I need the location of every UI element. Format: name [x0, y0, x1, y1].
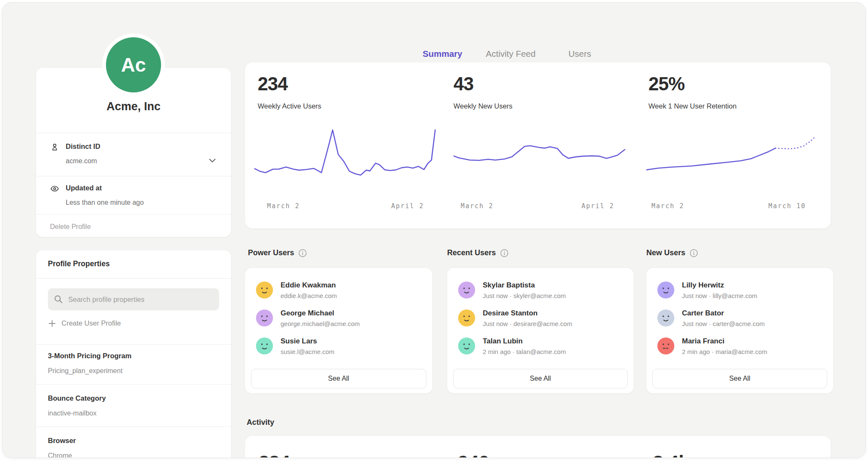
- user-detail: 2 min ago · talan@acme.com: [483, 348, 566, 355]
- tab-summary[interactable]: Summary: [419, 49, 466, 59]
- avatar: [256, 282, 273, 298]
- user-name: Carter Bator: [682, 309, 724, 318]
- avatar: [657, 337, 674, 354]
- power-users-header: Power Users: [248, 248, 307, 257]
- profile-card: Acme, Inc Distinct ID acme.com: [36, 68, 231, 237]
- divider: [36, 214, 231, 215]
- see-all-button[interactable]: See All: [251, 369, 426, 388]
- profile-properties-card: Profile Properties Create User Profile 3…: [36, 250, 231, 457]
- info-icon[interactable]: [298, 249, 307, 257]
- avatar: [256, 309, 273, 326]
- x-tick: March 2: [651, 202, 684, 210]
- updated-at-label: Updated at: [66, 184, 102, 192]
- avatar: [657, 282, 674, 298]
- user-name: George Michael: [281, 309, 334, 318]
- plus-icon: [49, 320, 56, 327]
- avatar: [458, 282, 475, 298]
- stat-weekly-new-users-label: Weekly New Users: [453, 102, 512, 110]
- property-name: Bounce Category: [48, 394, 106, 402]
- user-row[interactable]: Talan Lubin 2 min ago · talan@acme.com: [458, 336, 623, 360]
- new-users-card: Lilly Herwitz Just now · lilly@acme.com …: [646, 268, 833, 393]
- user-row[interactable]: Carter Bator Just now · carter@acme.com: [657, 308, 822, 332]
- user-row[interactable]: Eddie Kwakman eddie.k@acme.com: [256, 280, 421, 304]
- create-user-profile-button[interactable]: Create User Profile: [49, 319, 121, 327]
- profile-properties-title: Profile Properties: [48, 259, 110, 268]
- x-tick: April 2: [581, 202, 614, 210]
- tab-activity-feed[interactable]: Activity Feed: [479, 49, 543, 59]
- stat-weekly-new-users-value: 43: [453, 73, 473, 95]
- new-users-title: New Users: [646, 248, 685, 257]
- user-name: Susie Lars: [281, 337, 317, 346]
- user-detail: Just now · desirare@acme.com: [483, 320, 572, 327]
- divider: [36, 133, 231, 133]
- user-detail: eddie.k@acme.com: [281, 292, 337, 299]
- property-value: Chrome: [48, 452, 72, 457]
- property-name: 3-Month Pricing Program: [48, 352, 131, 360]
- info-icon[interactable]: [500, 249, 509, 257]
- user-name: Skylar Baptista: [483, 281, 535, 290]
- user-row[interactable]: George Michael george.michael@acme.com: [256, 308, 421, 332]
- eye-icon: [50, 184, 59, 193]
- user-row[interactable]: Susie Lars susie.l@acme.com: [256, 336, 421, 360]
- stat-retention-value: 25%: [648, 73, 684, 95]
- distinct-id-value: acme.com: [66, 157, 97, 165]
- weekly-new-users-chart: [453, 125, 636, 195]
- user-name: Maria Franci: [682, 337, 724, 346]
- divider: [36, 278, 231, 279]
- recent-users-title: Recent Users: [447, 248, 496, 257]
- retention-chart: [646, 125, 821, 195]
- divider: [36, 344, 231, 345]
- user-detail: susie.l@acme.com: [281, 348, 334, 355]
- distinct-id-label: Distinct ID: [66, 142, 100, 151]
- avatar: [256, 337, 273, 354]
- user-row[interactable]: Skylar Baptista Just now · skyler@acme.c…: [458, 280, 623, 304]
- new-users-header: New Users: [646, 248, 698, 257]
- avatar: [657, 309, 674, 326]
- activity-stat: 234: [259, 451, 290, 457]
- updated-at-value: Less than one minute ago: [66, 199, 144, 206]
- see-all-button[interactable]: See All: [652, 369, 827, 388]
- recent-users-header: Recent Users: [447, 248, 509, 257]
- activity-card: 234 940 3.4k: [245, 436, 831, 457]
- search-input[interactable]: [48, 288, 219, 310]
- user-detail: Just now · lilly@acme.com: [682, 292, 757, 299]
- divider: [36, 176, 231, 176]
- user-name: Desirae Stanton: [483, 309, 537, 318]
- info-icon[interactable]: [690, 249, 698, 257]
- user-detail: 2 min ago · maria@acme.com: [682, 348, 767, 355]
- weekly-active-users-chart: [254, 125, 441, 195]
- chevron-down-icon[interactable]: [209, 159, 216, 163]
- divider: [36, 384, 231, 385]
- see-all-button[interactable]: See All: [453, 369, 628, 388]
- user-row[interactable]: Desirae Stanton Just now · desirare@acme…: [458, 308, 623, 332]
- create-user-profile-label: Create User Profile: [61, 319, 121, 327]
- user-row[interactable]: Lilly Herwitz Just now · lilly@acme.com: [657, 280, 822, 304]
- x-tick: March 10: [768, 202, 806, 210]
- x-tick: April 2: [391, 202, 424, 210]
- tab-users[interactable]: Users: [559, 49, 601, 59]
- person-icon: [50, 142, 59, 152]
- property-name: Browser: [48, 437, 76, 445]
- power-users-card: Eddie Kwakman eddie.k@acme.com George Mi…: [245, 268, 432, 393]
- user-name: Lilly Herwitz: [682, 281, 724, 290]
- avatar: [458, 337, 475, 354]
- divider: [36, 427, 231, 427]
- avatar: [458, 309, 475, 326]
- activity-stat: 940: [458, 451, 489, 457]
- updated-at-row: Updated at Less than one minute ago: [36, 184, 231, 215]
- x-tick: March 2: [461, 202, 493, 210]
- overview-card: 234 Weekly Active Users 43 Weekly New Us…: [245, 62, 831, 229]
- profile-avatar: Ac: [106, 37, 161, 92]
- user-name: Eddie Kwakman: [281, 281, 336, 290]
- distinct-id-row: Distinct ID acme.com: [36, 142, 231, 176]
- user-detail: george.michael@acme.com: [281, 320, 360, 327]
- activity-section-title: Activity: [247, 418, 274, 427]
- user-name: Talan Lubin: [483, 337, 523, 346]
- user-detail: Just now · carter@acme.com: [682, 320, 765, 327]
- profile-avatar-initials: Ac: [121, 53, 146, 76]
- stat-retention-label: Week 1 New User Retention: [648, 102, 737, 110]
- user-row[interactable]: Maria Franci 2 min ago · maria@acme.com: [657, 336, 822, 360]
- property-value: Pricing_plan_experiment: [48, 367, 122, 375]
- profile-name: Acme, Inc: [36, 100, 231, 113]
- delete-profile-button[interactable]: Delete Profile: [50, 223, 91, 231]
